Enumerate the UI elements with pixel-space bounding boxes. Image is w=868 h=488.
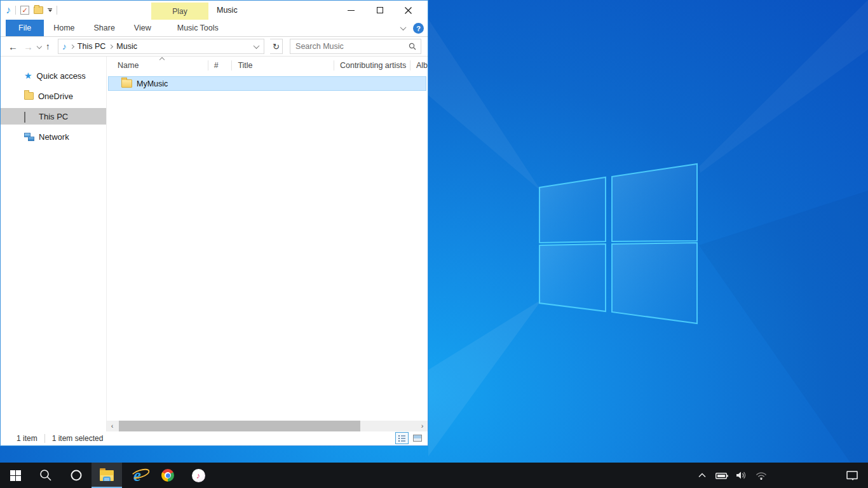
breadcrumb-music[interactable]: Music bbox=[116, 42, 137, 51]
close-icon bbox=[405, 7, 412, 14]
breadcrumb: ♪ This PC Music bbox=[58, 41, 254, 51]
taskbar-file-explorer-button[interactable] bbox=[92, 463, 122, 488]
network-icon bbox=[24, 133, 34, 141]
column-header-title[interactable]: Title bbox=[232, 60, 334, 71]
itunes-icon: ♪ bbox=[192, 469, 205, 482]
main-content: ★ Quick access OneDrive This PC Network bbox=[1, 57, 428, 431]
details-view-icon bbox=[398, 435, 405, 442]
ribbon-tab-bar: File Home Share View Music Tools ? bbox=[1, 20, 428, 37]
tab-file[interactable]: File bbox=[6, 20, 44, 36]
new-folder-button[interactable] bbox=[34, 6, 43, 14]
taskbar-chrome-button[interactable] bbox=[153, 463, 183, 488]
customize-quick-access-toolbar-button[interactable] bbox=[48, 8, 52, 12]
tab-home[interactable]: Home bbox=[44, 20, 84, 36]
music-note-icon: ♪ bbox=[6, 5, 11, 15]
breadcrumb-this-pc[interactable]: This PC bbox=[78, 42, 105, 51]
hidden-icons-chevron[interactable] bbox=[695, 473, 709, 478]
sidebar-item-this-pc[interactable]: This PC bbox=[1, 108, 106, 125]
selection-count-label: 1 item selected bbox=[52, 434, 104, 443]
toolbar-separator bbox=[15, 6, 16, 15]
help-button[interactable]: ? bbox=[413, 23, 424, 34]
sidebar-item-label: Quick access bbox=[37, 71, 86, 81]
column-header-album[interactable]: Alb bbox=[410, 60, 428, 71]
view-toggle-buttons bbox=[395, 432, 424, 444]
scrollbar-track[interactable] bbox=[118, 421, 417, 431]
volume-icon bbox=[736, 471, 748, 480]
file-row-mymusic[interactable]: MyMusic bbox=[108, 76, 426, 91]
up-button[interactable]: ↑ bbox=[46, 42, 50, 51]
taskbar-search-button[interactable] bbox=[31, 463, 61, 488]
quick-access-star-icon: ★ bbox=[24, 71, 32, 81]
search-icon bbox=[39, 469, 52, 482]
battery-tray-button[interactable] bbox=[715, 472, 729, 479]
tab-music-tools[interactable]: Music Tools bbox=[168, 20, 228, 36]
large-icons-view-button[interactable] bbox=[410, 432, 424, 444]
contextual-tab-group-label: Play bbox=[151, 3, 208, 20]
details-view-button[interactable] bbox=[395, 432, 409, 444]
folder-icon bbox=[24, 92, 34, 100]
address-bar[interactable]: ♪ This PC Music bbox=[58, 39, 264, 54]
chrome-icon bbox=[161, 469, 174, 482]
cortana-circle-icon bbox=[70, 469, 83, 482]
cortana-button[interactable] bbox=[61, 463, 92, 488]
internet-explorer-icon: e bbox=[133, 467, 141, 484]
address-dropdown-chevron-icon[interactable] bbox=[253, 43, 259, 49]
column-header-name[interactable]: Name bbox=[107, 60, 208, 71]
back-button[interactable]: ← bbox=[8, 42, 18, 51]
scroll-right-arrow[interactable]: › bbox=[417, 421, 428, 431]
minimize-icon bbox=[348, 10, 355, 11]
file-name-label: MyMusic bbox=[137, 79, 168, 88]
item-count-label: 1 item bbox=[17, 434, 37, 443]
breadcrumb-chevron-icon[interactable] bbox=[109, 44, 113, 48]
forward-button[interactable]: → bbox=[24, 42, 33, 51]
column-header-contributing-artists[interactable]: Contributing artists bbox=[334, 60, 410, 71]
search-icon bbox=[409, 43, 416, 50]
wifi-icon bbox=[756, 471, 767, 480]
toolbar-separator bbox=[57, 6, 57, 15]
desktop: ♪ ✓ Play Music bbox=[0, 0, 868, 488]
volume-tray-button[interactable] bbox=[735, 471, 749, 480]
navigation-bar: ← → ↑ ♪ This PC Music ↻ bbox=[1, 37, 428, 57]
breadcrumb-chevron-icon[interactable] bbox=[70, 44, 74, 48]
file-list: MyMusic bbox=[107, 74, 428, 421]
search-input[interactable] bbox=[290, 42, 409, 51]
taskbar-internet-explorer-button[interactable]: e bbox=[122, 463, 153, 488]
search-box[interactable] bbox=[290, 39, 421, 54]
taskbar-itunes-button[interactable]: ♪ bbox=[183, 463, 214, 488]
music-note-icon: ♪ bbox=[62, 41, 67, 51]
wifi-tray-button[interactable] bbox=[754, 471, 768, 480]
file-list-pane: Name # Title Contributing artists Alb My… bbox=[106, 57, 428, 431]
scrollbar-thumb[interactable] bbox=[119, 421, 360, 431]
quick-access-toolbar: ♪ ✓ bbox=[1, 5, 57, 15]
start-button[interactable] bbox=[0, 463, 31, 488]
battery-icon bbox=[715, 472, 728, 479]
sidebar-item-label: OneDrive bbox=[38, 92, 73, 101]
tab-share[interactable]: Share bbox=[85, 20, 125, 36]
window-title: Music bbox=[217, 1, 238, 20]
sidebar-item-label: This PC bbox=[39, 112, 68, 121]
close-button[interactable] bbox=[394, 1, 423, 20]
action-center-button[interactable] bbox=[845, 471, 859, 480]
status-bar: 1 item 1 item selected bbox=[1, 431, 428, 445]
maximize-button[interactable] bbox=[365, 1, 394, 20]
thumbnail-view-icon bbox=[413, 435, 422, 442]
expand-ribbon-chevron-icon[interactable] bbox=[400, 24, 407, 30]
file-explorer-icon bbox=[100, 470, 114, 481]
scroll-left-arrow[interactable]: ‹ bbox=[107, 421, 118, 431]
sidebar-item-quick-access[interactable]: ★ Quick access bbox=[1, 67, 106, 84]
properties-button[interactable]: ✓ bbox=[20, 6, 29, 15]
sidebar-item-network[interactable]: Network bbox=[1, 128, 106, 145]
action-center-icon bbox=[846, 471, 858, 480]
explorer-window: ♪ ✓ Play Music bbox=[0, 0, 428, 446]
sidebar-item-onedrive[interactable]: OneDrive bbox=[1, 88, 106, 104]
status-separator bbox=[44, 434, 45, 443]
recent-locations-chevron-icon[interactable] bbox=[37, 44, 42, 49]
horizontal-scrollbar[interactable]: ‹ › bbox=[107, 421, 428, 431]
chevron-up-icon bbox=[698, 473, 706, 478]
column-header-number[interactable]: # bbox=[208, 60, 233, 71]
windows-logo-icon bbox=[10, 470, 21, 481]
tab-view[interactable]: View bbox=[125, 20, 161, 36]
refresh-button[interactable]: ↻ bbox=[270, 39, 283, 54]
minimize-button[interactable] bbox=[337, 1, 365, 20]
column-headers: Name # Title Contributing artists Alb bbox=[107, 57, 428, 74]
